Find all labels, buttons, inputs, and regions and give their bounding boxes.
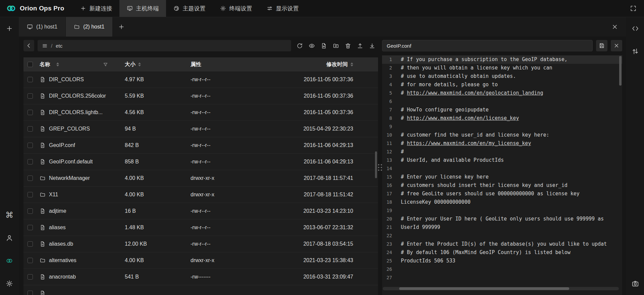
table-row[interactable]: DIR_COLORS.256color 5.59 KB -rw-r--r-- 2…	[23, 88, 378, 104]
code-link[interactable]: http://www.maxmind.com/en/license_key	[407, 115, 519, 121]
table-row[interactable]: aliases 1.48 KB -rw-r--r-- 2013-06-07 22…	[23, 219, 378, 236]
settings-button[interactable]	[3, 278, 15, 290]
column-header-mtime[interactable]: 修改时间	[288, 61, 378, 68]
sort-carets-icon	[138, 62, 141, 66]
editor-vertical-scrollbar-thumb[interactable]	[619, 56, 622, 86]
table-row[interactable]: DIR_COLORS.lightb... 4.56 KB -rw-r--r-- …	[23, 104, 378, 121]
file-mtime: 2016-11-05 00:37:36	[288, 93, 378, 99]
plus-icon	[80, 5, 86, 11]
monitor-icon	[27, 24, 33, 30]
nav-item-2[interactable]: 主题设置	[166, 0, 213, 17]
column-header-name[interactable]: 名称	[37, 61, 119, 68]
code-line: 27	[382, 274, 622, 282]
save-button[interactable]	[596, 40, 607, 51]
row-checkbox[interactable]	[28, 126, 33, 132]
show-hidden-button[interactable]	[309, 43, 315, 49]
row-checkbox[interactable]	[28, 241, 33, 247]
line-number: 6	[382, 97, 397, 106]
row-checkbox[interactable]	[28, 274, 33, 280]
row-checkbox[interactable]	[28, 208, 33, 214]
column-header-size[interactable]: 大小	[119, 61, 185, 68]
rail-add-button[interactable]	[3, 22, 15, 35]
path-bar[interactable]: / etc	[38, 40, 291, 51]
code-line: 16 # customers should insert their licen…	[382, 181, 622, 190]
download-button[interactable]	[369, 43, 375, 49]
fullscreen-button[interactable]	[630, 5, 637, 12]
nav-item-1[interactable]: 主机终端	[119, 0, 166, 17]
row-checkbox[interactable]	[28, 258, 33, 263]
user-button[interactable]	[3, 232, 15, 244]
code-line: 3 # use to automatically obtain updates.	[382, 72, 622, 81]
swap-vertical-button[interactable]	[629, 45, 641, 57]
brand-mini-button[interactable]	[3, 255, 15, 267]
code-panel-button[interactable]	[629, 22, 641, 35]
row-checkbox[interactable]	[28, 192, 33, 197]
code-line: 13 # UserId, and available ProductIds	[382, 156, 622, 164]
file-size: 541 B	[119, 274, 185, 280]
table-row[interactable]: alternatives 4.00 KB drwxr-xr-x 2021-03-…	[23, 252, 378, 269]
row-checkbox[interactable]	[28, 143, 33, 148]
row-checkbox[interactable]	[28, 176, 33, 181]
table-row[interactable]: X11 4.00 KB drwxr-xr-x 2017-08-18 11:51:…	[23, 187, 378, 203]
line-number: 9	[382, 122, 397, 131]
line-number: 5	[382, 89, 397, 97]
table-row[interactable]: anacrontab 541 B -rw------- 2016-03-31 2…	[23, 269, 378, 285]
code-link[interactable]: http://www.maxmind.com/en/geolocation_la…	[407, 90, 543, 96]
file-mtime: 2016-11-06 04:29:13	[288, 142, 378, 148]
nav-item-0[interactable]: 新建连接	[73, 0, 119, 17]
table-row[interactable]: GeoIP.conf.default 858 B -rw-r--r-- 2016…	[23, 154, 378, 170]
table-row[interactable]: GeoIP.conf 842 B -rw-r--r-- 2016-11-06 0…	[23, 137, 378, 154]
select-all-checkbox[interactable]	[28, 62, 33, 67]
code-link[interactable]: https://www.maxmind.com/en/my_license_ke…	[407, 140, 531, 146]
line-number: 8	[382, 114, 397, 122]
file-name: DIR_COLORS	[49, 77, 84, 83]
line-number: 21	[382, 223, 397, 232]
panel-splitter[interactable]	[378, 40, 382, 295]
table-row[interactable]: DIR_COLORS 4.97 KB -rw-r--r-- 2016-11-05…	[23, 71, 378, 88]
user-icon	[6, 234, 13, 242]
current-path: etc	[56, 43, 62, 49]
tab-0[interactable]: (1) host1	[19, 17, 66, 37]
delete-button[interactable]	[345, 43, 351, 49]
editor-filename-input[interactable]	[382, 40, 593, 51]
screenshot-button[interactable]	[629, 278, 641, 290]
nav-item-4[interactable]: 显示设置	[259, 0, 306, 17]
row-checkbox[interactable]	[28, 291, 33, 295]
new-tab-button[interactable]	[113, 17, 130, 37]
command-button[interactable]: ⌘	[3, 209, 15, 221]
editor-close-button[interactable]	[611, 40, 622, 51]
close-panel-button[interactable]	[611, 23, 618, 30]
code-editor[interactable]: 1 # If you purchase a subscription to th…	[382, 55, 622, 295]
terminal-icon	[127, 5, 133, 11]
funnel-icon	[103, 62, 108, 67]
table-row[interactable]: aliases.db 12.00 KB -rw-r--r-- 2017-08-1…	[23, 236, 378, 252]
table-row[interactable]: adjtime 16 B -rw-r--r-- 2021-03-23 14:23…	[23, 203, 378, 219]
row-checkbox[interactable]	[28, 225, 33, 230]
file-size: 4.56 KB	[119, 109, 185, 115]
new-file-button[interactable]	[321, 43, 327, 49]
file-mtime: 2017-08-18 11:51:42	[288, 192, 378, 198]
file-table-scrollbar-thumb[interactable]	[375, 151, 377, 178]
table-row[interactable]	[23, 285, 378, 295]
row-checkbox[interactable]	[28, 93, 33, 99]
code-icon	[632, 25, 639, 32]
table-row[interactable]: GREP_COLORS 94 B -rw-r--r-- 2015-04-29 2…	[23, 121, 378, 137]
file-name: adjtime	[49, 208, 66, 214]
table-row[interactable]: NetworkManager 4.00 KB drwxr-xr-x 2017-0…	[23, 170, 378, 187]
editor-horizontal-scrollbar-thumb[interactable]	[399, 287, 569, 290]
refresh-button[interactable]	[297, 43, 303, 49]
line-number: 20	[382, 215, 397, 223]
row-checkbox[interactable]	[28, 77, 33, 82]
file-icon	[40, 290, 46, 295]
new-folder-button[interactable]	[333, 43, 339, 49]
upload-button[interactable]	[357, 43, 363, 49]
nav-item-3[interactable]: 终端设置	[213, 0, 259, 17]
code-line: 17 # free GeoLite users should use 00000…	[382, 190, 622, 198]
row-checkbox[interactable]	[28, 110, 33, 115]
filter-button[interactable]	[103, 62, 115, 67]
tab-1[interactable]: (2) host1	[66, 17, 113, 37]
file-size: 4.00 KB	[119, 175, 185, 181]
back-button[interactable]	[23, 40, 34, 51]
file-size: 94 B	[119, 126, 185, 132]
row-checkbox[interactable]	[28, 159, 33, 164]
